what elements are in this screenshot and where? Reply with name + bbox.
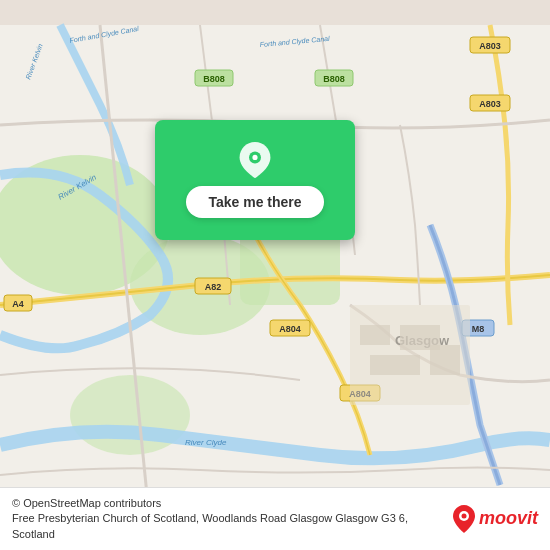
svg-rect-33 <box>430 345 460 375</box>
moovit-label: moovit <box>479 508 538 529</box>
svg-text:A82: A82 <box>205 282 222 292</box>
svg-rect-32 <box>370 355 420 375</box>
svg-text:A804: A804 <box>279 324 301 334</box>
moovit-pin-icon <box>453 505 475 533</box>
osm-attribution: © OpenStreetMap contributors <box>12 497 161 509</box>
svg-point-35 <box>252 155 257 160</box>
svg-text:B808: B808 <box>203 74 225 84</box>
map-background: B808 B808 A803 A803 A82 A804 A804 M8 A4 … <box>0 0 550 550</box>
svg-text:B808: B808 <box>323 74 345 84</box>
svg-rect-30 <box>360 325 390 345</box>
svg-text:A4: A4 <box>12 299 24 309</box>
svg-text:A803: A803 <box>479 99 501 109</box>
svg-text:River Clyde: River Clyde <box>185 438 227 447</box>
svg-text:M8: M8 <box>472 324 485 334</box>
svg-text:A803: A803 <box>479 41 501 51</box>
map-container: B808 B808 A803 A803 A82 A804 A804 M8 A4 … <box>0 0 550 550</box>
take-me-there-button[interactable]: Take me there <box>186 186 323 218</box>
attribution-text: © OpenStreetMap contributors Free Presby… <box>12 496 441 542</box>
action-card: Take me there <box>155 120 355 240</box>
location-description: Free Presbyterian Church of Scotland, Wo… <box>12 512 408 539</box>
attribution-bar: © OpenStreetMap contributors Free Presby… <box>0 487 550 550</box>
svg-point-37 <box>461 513 466 518</box>
location-pin-icon <box>237 142 273 178</box>
moovit-logo: moovit <box>453 505 538 533</box>
